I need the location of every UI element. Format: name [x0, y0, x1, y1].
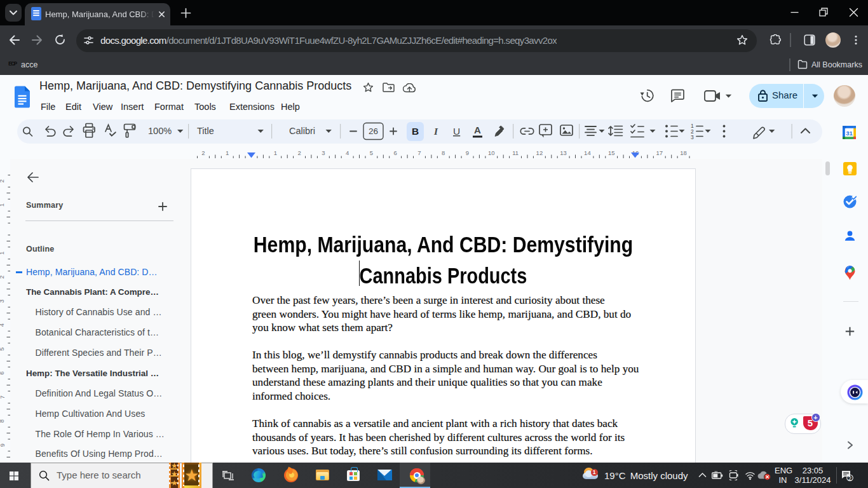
svg-text:9: 9 — [466, 149, 469, 156]
svg-text:I: I — [433, 126, 438, 137]
svg-text:18: 18 — [680, 149, 687, 156]
svg-text:15: 15 — [608, 149, 615, 156]
svg-text:4: 4 — [346, 149, 349, 156]
svg-text:14: 14 — [584, 149, 591, 156]
svg-text:5: 5 — [0, 348, 6, 351]
svg-text:7: 7 — [0, 395, 6, 398]
svg-text:5: 5 — [370, 149, 373, 156]
svg-text:100%: 100% — [148, 126, 172, 136]
svg-text:Calibri: Calibri — [289, 126, 315, 136]
svg-text:1: 1 — [0, 252, 6, 255]
svg-text:8: 8 — [0, 419, 6, 423]
svg-text:1: 1 — [0, 203, 6, 207]
svg-text:6: 6 — [0, 372, 6, 375]
svg-text:2: 2 — [201, 149, 205, 156]
svg-text:A: A — [474, 125, 481, 135]
svg-text:2: 2 — [848, 475, 851, 482]
svg-text:Title: Title — [197, 126, 214, 136]
svg-text:3: 3 — [322, 149, 325, 156]
svg-text:1: 1 — [274, 149, 277, 156]
svg-text:13: 13 — [560, 149, 567, 156]
svg-text:3: 3 — [0, 299, 6, 302]
svg-text:2: 2 — [0, 275, 6, 278]
svg-text:26: 26 — [369, 126, 378, 136]
svg-text:10: 10 — [488, 149, 495, 156]
svg-text:31: 31 — [846, 130, 853, 137]
svg-text:1: 1 — [226, 149, 229, 156]
svg-text:2: 2 — [0, 179, 6, 182]
svg-text:9: 9 — [0, 444, 6, 447]
svg-text:8: 8 — [442, 149, 445, 156]
svg-text:7: 7 — [417, 149, 421, 156]
svg-text:2: 2 — [297, 149, 301, 156]
svg-text:U: U — [453, 126, 460, 137]
svg-text:11: 11 — [512, 149, 519, 156]
svg-text:12: 12 — [536, 149, 543, 156]
svg-text:3: 3 — [691, 134, 694, 140]
svg-text:B: B — [412, 126, 419, 137]
svg-text:17: 17 — [656, 149, 663, 156]
svg-text:6: 6 — [394, 149, 397, 156]
svg-text:4: 4 — [0, 323, 6, 327]
